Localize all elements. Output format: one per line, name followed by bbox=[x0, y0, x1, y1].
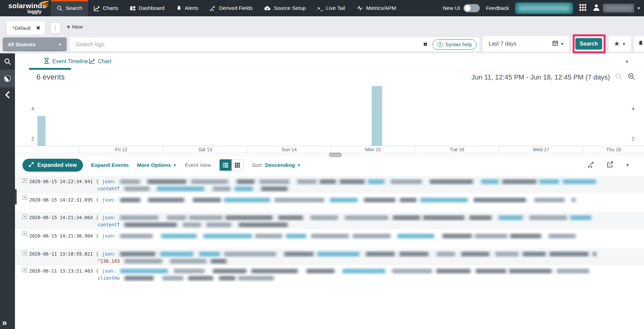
event-view-toggle bbox=[219, 159, 244, 171]
nav-item-charts[interactable]: Charts bbox=[88, 0, 124, 16]
feedback-link[interactable]: Feedback bbox=[486, 5, 509, 11]
sort-dropdown[interactable]: Sort: Descending ▼ bbox=[252, 162, 301, 168]
new-ui-label: New UI bbox=[443, 5, 460, 11]
redacted-text bbox=[310, 215, 338, 220]
redacted-text bbox=[495, 252, 519, 256]
sidebar-globe-icon[interactable] bbox=[0, 71, 15, 86]
redacted-text bbox=[502, 179, 537, 184]
more-options-dropdown[interactable]: More Options ▼ bbox=[137, 162, 177, 168]
clear-search-icon[interactable]: ✖ bbox=[418, 41, 432, 48]
log-event-row[interactable]: +2020-06-15 14:22:34.941{json:contentT bbox=[15, 176, 644, 193]
apps-grid-icon[interactable] bbox=[579, 4, 587, 13]
redacted-text bbox=[274, 198, 324, 202]
redacted-text bbox=[306, 269, 335, 273]
nav-item-metrics-apm[interactable]: Metrics/APM bbox=[351, 0, 402, 16]
collapse-panel-icon[interactable]: ▼ bbox=[625, 59, 629, 64]
nav-item-search[interactable]: Search bbox=[51, 0, 88, 16]
redacted-text bbox=[420, 198, 468, 202]
nav-item-label: Source Setup bbox=[274, 5, 306, 11]
redacted-text bbox=[364, 198, 395, 202]
expand-event-icon[interactable]: + bbox=[22, 268, 27, 272]
expand-event-icon[interactable]: + bbox=[22, 251, 27, 255]
log-event-row[interactable]: +2020-06-11 13:13:21.463{json:clientHo bbox=[15, 265, 644, 285]
grid-view-button[interactable] bbox=[232, 159, 243, 171]
event-line2: "136.143 bbox=[98, 258, 120, 265]
vertical-scrollbar-thumb[interactable] bbox=[15, 189, 17, 205]
nav-item-label: Dashboard bbox=[139, 5, 165, 11]
expand-event-icon[interactable]: + bbox=[22, 195, 27, 200]
sidebar-collapse-icon[interactable] bbox=[0, 87, 15, 102]
redacted-text bbox=[162, 276, 184, 280]
sidebar-expand-icon[interactable]: » bbox=[2, 318, 7, 327]
redacted-text bbox=[193, 198, 221, 202]
expand-event-icon[interactable]: + bbox=[22, 178, 27, 183]
redacted-text bbox=[549, 252, 589, 256]
time-range-picker[interactable]: Last 7 days ▼ bbox=[483, 36, 569, 52]
kebab-icon: ⋮ bbox=[53, 25, 58, 31]
redacted-text bbox=[320, 179, 336, 184]
zoom-in-icon[interactable] bbox=[628, 73, 635, 82]
redacted-text bbox=[188, 276, 213, 280]
event-timestamp: 2020-06-15 14:21:34.064 bbox=[29, 214, 93, 221]
search-input[interactable] bbox=[70, 37, 418, 51]
nav-item-label: Charts bbox=[103, 5, 118, 11]
redacted-account-badge[interactable] bbox=[515, 2, 573, 14]
nav-item-label: Derived Fields bbox=[219, 5, 253, 11]
new-tab-button[interactable]: + New bbox=[67, 24, 83, 30]
nav-item-source-setup[interactable]: Source Setup bbox=[258, 0, 311, 16]
y-axis-tick: 4 bbox=[27, 106, 34, 111]
nav-item-live-tail[interactable]: >_Live Tail bbox=[311, 0, 351, 16]
chevron-down-icon: ▼ bbox=[58, 42, 62, 47]
solarwinds-loggly-logo[interactable]: solarwinds loggly bbox=[0, 0, 51, 16]
redacted-text bbox=[557, 269, 589, 273]
all-sources-dropdown[interactable]: All Sources ▼ bbox=[3, 37, 67, 51]
sidebar-search-icon[interactable] bbox=[0, 54, 15, 69]
zoom-out-icon[interactable] bbox=[615, 73, 623, 82]
tab-default[interactable]: *Default ✖ bbox=[6, 20, 45, 35]
tab-chart[interactable]: Chart bbox=[89, 53, 111, 70]
json-key: json: bbox=[102, 267, 116, 275]
tab-event-timeline[interactable]: Event Timeline bbox=[44, 53, 88, 70]
derived-fields-icon[interactable] bbox=[588, 161, 595, 169]
histogram-bar bbox=[37, 116, 46, 146]
expand-event-icon[interactable]: + bbox=[22, 214, 27, 219]
redacted-text bbox=[534, 198, 565, 202]
expand-events-link[interactable]: Expand Events bbox=[91, 162, 129, 168]
chevron-down-icon: ▼ bbox=[637, 6, 641, 10]
log-event-row[interactable]: +2020-06-11 13:18:59.821{json:"136.143 bbox=[15, 248, 644, 265]
day-cell-tue-16: Tue 16 bbox=[415, 146, 499, 153]
redacted-text bbox=[476, 269, 506, 273]
redacted-text bbox=[391, 179, 422, 184]
alerts-bell-button[interactable] bbox=[634, 36, 644, 52]
collapse-results-icon[interactable]: ▼ bbox=[625, 162, 630, 168]
expanded-view-button[interactable]: Expanded view bbox=[22, 159, 83, 172]
redacted-text bbox=[225, 215, 273, 220]
syntax-help-button[interactable]: ? Syntax help bbox=[433, 39, 477, 50]
tab-menu-button[interactable]: ⋮ bbox=[50, 22, 61, 34]
json-key: json: bbox=[102, 214, 116, 221]
share-icon[interactable] bbox=[607, 161, 614, 169]
log-event-row[interactable]: +2020-06-15 14:22:31.895{json: bbox=[15, 193, 644, 212]
star-icon: ★ bbox=[614, 41, 620, 47]
log-event-row[interactable]: +2020-06-15 14:21:34.064{json:contentT bbox=[15, 212, 644, 229]
redacted-text bbox=[368, 179, 385, 184]
list-view-button[interactable] bbox=[220, 159, 232, 171]
saved-searches-button[interactable]: ★ ▼ bbox=[609, 36, 631, 52]
log-event-row[interactable]: +2020-06-15 14:21:30.904{json: bbox=[15, 229, 644, 248]
search-button[interactable]: Search bbox=[575, 38, 602, 50]
all-sources-label: All Sources bbox=[7, 41, 36, 47]
y-axis-tick: 4 bbox=[632, 106, 639, 111]
nav-item-alerts[interactable]: Alerts bbox=[170, 0, 204, 16]
nav-item-dashboard[interactable]: Dashboard bbox=[124, 0, 170, 16]
redacted-text bbox=[436, 269, 471, 273]
expand-event-icon[interactable]: + bbox=[22, 231, 27, 236]
event-view-label: Event View bbox=[185, 162, 211, 168]
close-icon[interactable]: ✖ bbox=[36, 25, 40, 31]
nav-item-derived-fields[interactable]: Derived Fields bbox=[204, 0, 258, 16]
new-ui-toggle[interactable] bbox=[463, 4, 480, 12]
user-menu[interactable]: ▼ bbox=[593, 4, 641, 13]
redacted-text bbox=[330, 198, 358, 202]
nav-right: New UI Feedback ▼ bbox=[443, 0, 644, 16]
redacted-text bbox=[475, 234, 507, 238]
json-key: json: bbox=[102, 250, 116, 258]
